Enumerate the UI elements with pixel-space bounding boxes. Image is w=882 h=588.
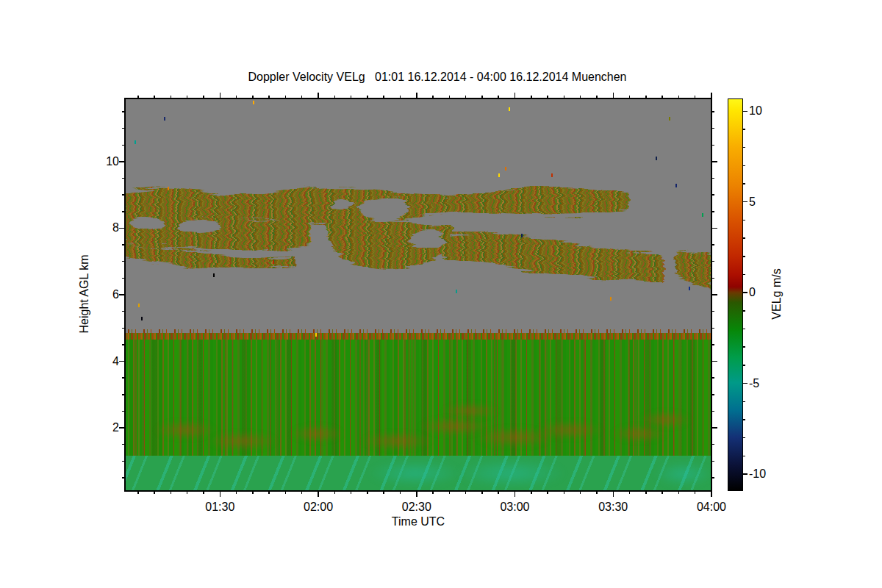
x-tick-label: 04:00 — [686, 501, 737, 514]
y-tick-label: 4 — [87, 355, 119, 368]
noise-speck — [253, 101, 254, 104]
noise-speck — [505, 167, 506, 171]
right-edge-cloud-patch — [675, 250, 711, 290]
colorbar — [728, 98, 743, 491]
noise-speck — [610, 297, 612, 301]
plot-area — [125, 98, 711, 491]
y-tick-label: 6 — [87, 288, 119, 301]
noise-speck — [675, 184, 677, 187]
x-tick-label: 02:00 — [293, 501, 344, 514]
cloud-gray-hole — [179, 220, 220, 233]
colorbar-tick-label: 5 — [749, 196, 783, 209]
chart-title: Doppler Velocity VELg 01:01 16.12.2014 -… — [0, 71, 875, 84]
noise-speck — [521, 234, 523, 237]
noise-speck — [702, 213, 703, 217]
noise-speck — [141, 317, 143, 320]
lower-cloud-band — [442, 233, 664, 284]
noise-speck — [551, 173, 553, 177]
noise-speck — [168, 187, 169, 190]
cloud-gray-hole — [359, 197, 409, 220]
y-axis-title: Height AGL km — [78, 235, 91, 353]
x-axis-title: Time UTC — [345, 515, 492, 528]
doppler-velocity-figure: Doppler Velocity VELg 01:01 16.12.2014 -… — [0, 0, 882, 588]
x-tick-label: 03:00 — [490, 501, 541, 514]
noise-speck — [315, 333, 317, 337]
y-tick-label: 8 — [87, 221, 119, 234]
x-tick-label: 02:30 — [391, 501, 442, 514]
y-tick-label: 10 — [87, 155, 119, 168]
cloud-gray-hole — [331, 198, 352, 209]
noise-speck — [213, 273, 215, 277]
noise-speck — [689, 287, 690, 290]
colorbar-tick-label: 10 — [749, 104, 783, 118]
noise-speck — [164, 117, 165, 121]
noise-speck — [138, 304, 140, 307]
cloud-gray-hole — [129, 216, 165, 231]
colorbar-tick-label: -5 — [749, 377, 783, 390]
x-tick-label: 01:30 — [194, 501, 245, 514]
noise-speck — [669, 117, 670, 121]
y-tick-label: 2 — [87, 421, 119, 434]
noise-speck — [135, 140, 136, 144]
noise-speck — [273, 260, 274, 264]
noise-speck — [656, 157, 657, 160]
x-tick-label: 03:30 — [587, 501, 639, 514]
cloud-layer-regions — [125, 98, 711, 491]
cloud-gray-hole — [410, 230, 445, 249]
noise-speck — [456, 290, 457, 293]
noise-speck — [509, 107, 510, 111]
noise-speck — [498, 173, 500, 177]
colorbar-title: VELg m/s — [770, 250, 784, 338]
colorbar-tick-label: -10 — [749, 467, 783, 481]
